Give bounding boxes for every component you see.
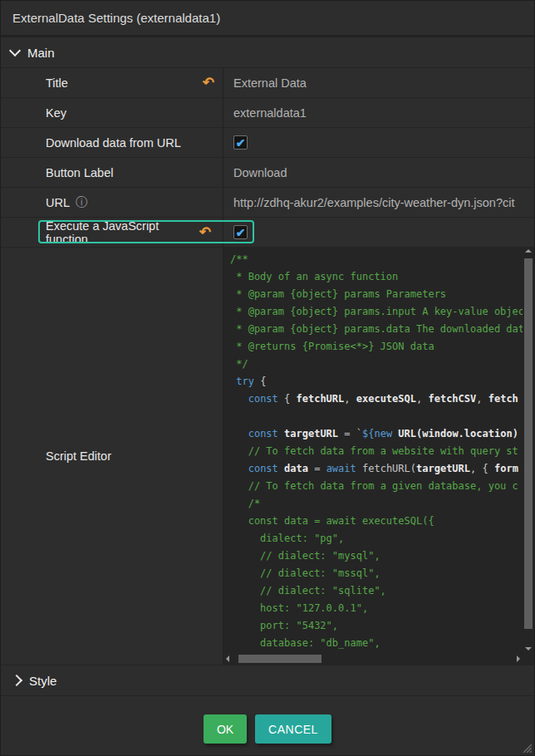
- vertical-scroll-thumb[interactable]: [524, 258, 533, 629]
- row-title: Title ↶ External Data: [1, 68, 534, 98]
- chevron-right-icon: [11, 675, 22, 686]
- key-value-field[interactable]: externaldata1: [223, 98, 534, 127]
- undo-icon[interactable]: ↶: [203, 76, 214, 90]
- info-icon[interactable]: ⓘ: [76, 195, 87, 210]
- row-button-label: Button Label Download: [1, 158, 534, 188]
- section-header-style[interactable]: Style: [1, 665, 534, 696]
- section-style-label: Style: [29, 674, 56, 688]
- dialog-footer: OK CANCEL: [1, 696, 534, 756]
- horizontal-scrollbar[interactable]: [225, 655, 521, 663]
- script-editor-label: Script Editor: [46, 449, 111, 463]
- url-label-cell: URL ⓘ: [1, 188, 223, 217]
- scroll-right-arrow-icon[interactable]: [517, 655, 520, 662]
- dialog-titlebar[interactable]: ExternalData Settings (externaldata1): [1, 1, 534, 37]
- dialog-title: ExternalData Settings (externaldata1): [12, 11, 220, 25]
- resize-grip[interactable]: [518, 739, 532, 753]
- vertical-scrollbar[interactable]: [524, 248, 533, 651]
- code-editor[interactable]: /** * Body of an async function * @param…: [223, 248, 534, 665]
- section-main-label: Main: [27, 46, 55, 60]
- row-key: Key externaldata1: [1, 98, 534, 128]
- scroll-left-arrow-icon[interactable]: [226, 655, 229, 662]
- row-url: URL ⓘ http://zdhq-akur2/examples/city-we…: [1, 188, 534, 218]
- url-label: URL: [46, 196, 70, 209]
- button-label-cell: Button Label: [1, 158, 223, 187]
- script-editor-label-cell: Script Editor: [1, 248, 223, 665]
- title-value: External Data: [233, 76, 307, 90]
- button-label-value: Download: [233, 166, 287, 179]
- title-value-field[interactable]: External Data: [223, 68, 534, 97]
- section-header-main[interactable]: Main: [1, 37, 534, 68]
- script-editor-cell: /** * Body of an async function * @param…: [223, 248, 534, 665]
- download-label-cell: Download data from URL: [1, 128, 223, 157]
- scroll-down-arrow-icon[interactable]: [525, 647, 532, 650]
- download-value-cell: [223, 128, 534, 157]
- horizontal-scroll-thumb[interactable]: [238, 655, 321, 663]
- key-label: Key: [46, 106, 66, 120]
- scroll-up-arrow-icon[interactable]: [525, 249, 532, 253]
- title-label: Title: [46, 76, 68, 90]
- code-lines[interactable]: /** * Body of an async function * @param…: [223, 248, 523, 653]
- button-label-value-field[interactable]: Download: [223, 158, 534, 187]
- execute-js-checkbox[interactable]: [233, 225, 248, 239]
- download-checkbox[interactable]: [233, 135, 248, 150]
- title-label-cell: Title ↶: [1, 68, 223, 97]
- key-value: externaldata1: [233, 106, 307, 120]
- execute-js-label: Execute a JavaScript function: [46, 219, 199, 246]
- row-download-from-url: Download data from URL: [1, 128, 534, 158]
- download-label: Download data from URL: [46, 136, 181, 150]
- row-execute-js: Execute a JavaScript function ↶: [1, 218, 534, 248]
- execute-js-label-cell: Execute a JavaScript function ↶: [1, 218, 223, 247]
- row-script-editor: Script Editor /** * Body of an async fun…: [1, 248, 534, 665]
- execute-js-value-cell: [223, 218, 534, 247]
- url-value-field[interactable]: http://zdhq-akur2/examples/city-weather-…: [223, 188, 534, 217]
- url-value: http://zdhq-akur2/examples/city-weather-…: [233, 196, 515, 209]
- button-label-label: Button Label: [46, 166, 113, 179]
- chevron-down-icon: [9, 45, 21, 56]
- key-label-cell: Key: [1, 98, 223, 127]
- undo-icon[interactable]: ↶: [199, 225, 211, 239]
- externaldata-settings-dialog: ExternalData Settings (externaldata1) Ma…: [0, 0, 535, 756]
- cancel-button[interactable]: CANCEL: [255, 714, 331, 744]
- ok-button[interactable]: OK: [204, 714, 247, 744]
